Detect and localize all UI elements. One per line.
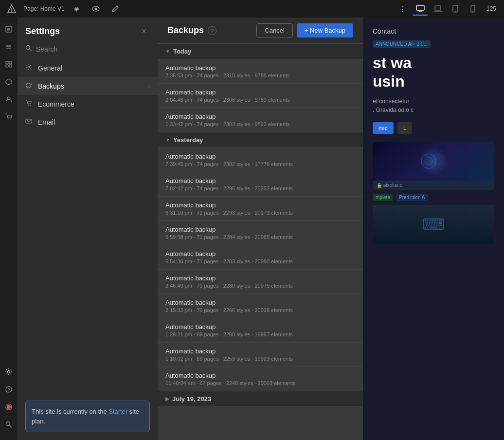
- ecommerce-icon: [25, 100, 33, 108]
- backup-item[interactable]: Automatic backup2:35:53 pm · 74 pages · …: [158, 59, 363, 84]
- backup-item-name: Automatic backup: [165, 372, 355, 379]
- icon-bar-bottom: ?: [1, 364, 17, 436]
- settings-header: Settings ×: [18, 18, 158, 41]
- preview-body-1: et consectetur . Gravida odio c: [373, 97, 494, 114]
- backup-item-name: Automatic backup: [165, 323, 355, 330]
- group-header-today[interactable]: ▼Today: [158, 44, 363, 59]
- iconbar-components[interactable]: [1, 74, 17, 90]
- backup-item[interactable]: Automatic backup7:39:45 pm · 74 pages · …: [158, 148, 363, 172]
- backups-actions: Cancel + New Backup: [256, 23, 353, 37]
- backups-title-row: Backups ?: [167, 25, 216, 36]
- settings-nav-general-label: General: [38, 64, 62, 72]
- backup-item[interactable]: Automatic backup2:46:49 pm · 71 pages · …: [158, 270, 363, 294]
- settings-nav-ecommerce[interactable]: Ecommerce: [18, 95, 158, 113]
- backup-item[interactable]: Automatic backup5:54:36 pm · 71 pages · …: [158, 245, 363, 270]
- iconbar-pages[interactable]: [1, 21, 17, 37]
- topbar-mode-icon[interactable]: ◉: [69, 2, 84, 16]
- topbar-eye-icon[interactable]: [88, 2, 104, 16]
- topbar-more-icon[interactable]: ⋮: [395, 2, 411, 16]
- backup-item[interactable]: Automatic backup1:33:42 pm · 74 pages · …: [158, 108, 363, 132]
- topbar: Page: Home V1 ◉ ⋮ 125: [0, 0, 504, 18]
- backup-item[interactable]: Automatic backup2:04:46 pm · 74 pages · …: [158, 84, 363, 108]
- new-backup-button[interactable]: + New Backup: [297, 23, 353, 37]
- plan-info-box: This site is currently on the Starter si…: [25, 401, 150, 432]
- main-layout: ? Settings × Search: [0, 18, 504, 440]
- iconbar-search[interactable]: [1, 417, 17, 432]
- iconbar-cart[interactable]: [1, 109, 17, 125]
- svg-point-2: [11, 11, 12, 12]
- svg-point-26: [8, 119, 9, 120]
- svg-point-32: [7, 405, 11, 409]
- group-header-july19[interactable]: ▶July 19, 2023: [158, 391, 363, 407]
- svg-point-35: [26, 46, 30, 50]
- svg-text:?: ?: [8, 387, 10, 392]
- preview-contact: Contact: [373, 27, 494, 35]
- plan-link[interactable]: Starter: [108, 408, 127, 415]
- settings-nav-backups-label: Backups: [38, 82, 64, 90]
- backups-header: Backups ? Cancel + New Backup: [158, 18, 363, 44]
- backups-help-button[interactable]: ?: [208, 26, 216, 35]
- svg-line-36: [30, 49, 32, 52]
- plan-text: This site is currently on the: [32, 408, 108, 415]
- iconbar-layers[interactable]: [1, 39, 17, 55]
- preview-btn-secondary[interactable]: L: [397, 122, 412, 134]
- backup-item-name: Automatic backup: [165, 113, 355, 120]
- group-label: Yesterday: [173, 136, 203, 144]
- svg-point-43: [433, 154, 443, 164]
- preview-card-image: [373, 142, 494, 181]
- svg-rect-22: [6, 65, 8, 67]
- backup-item-name: Automatic backup: [165, 153, 355, 160]
- iconbar-users[interactable]: [1, 92, 17, 107]
- topbar-laptop-icon[interactable]: [430, 2, 446, 16]
- settings-nav-email[interactable]: Email: [18, 113, 158, 131]
- topbar-right: ⋮ 125: [395, 2, 500, 16]
- backups-title: Backups: [167, 25, 204, 36]
- backup-item-name: Automatic backup: [165, 226, 355, 233]
- topbar-desktop-icon[interactable]: [413, 2, 428, 16]
- backup-item[interactable]: Automatic backup11:40:04 am · 67 pages ·…: [158, 367, 363, 391]
- settings-nav-backups[interactable]: Backups ›: [18, 77, 158, 95]
- svg-point-38: [28, 105, 29, 106]
- backup-item[interactable]: Automatic backup1:26:21 pm · 69 pages · …: [158, 318, 363, 343]
- iconbar-settings[interactable]: [1, 364, 17, 380]
- svg-point-33: [6, 422, 10, 426]
- preview-badge: ANNOUNCED AI+ 2.0...: [373, 40, 431, 48]
- chevron-down-icon: ▼: [165, 49, 170, 54]
- backup-item-meta: 1:33:42 pm · 74 pages · 2303 styles · 98…: [165, 121, 355, 127]
- svg-marker-24: [6, 79, 12, 85]
- backup-item[interactable]: Automatic backup7:02:42 pm · 74 pages · …: [158, 172, 363, 197]
- topbar-tablet-icon[interactable]: [448, 2, 463, 16]
- topbar-page-info: Page: Home V1: [23, 5, 65, 12]
- iconbar-assets[interactable]: [1, 56, 17, 72]
- backup-item[interactable]: Automatic backup5:59:58 pm · 71 pages · …: [158, 221, 363, 245]
- settings-nav: General Backups › Ecommerce Email: [18, 57, 158, 393]
- group-label: Today: [173, 48, 191, 55]
- backup-item-meta: 11:40:04 am · 67 pages · 2248 styles · 2…: [165, 380, 355, 386]
- backup-item-name: Automatic backup: [165, 299, 355, 306]
- settings-nav-general[interactable]: General: [18, 59, 158, 77]
- svg-rect-21: [9, 61, 12, 64]
- chevron-down-icon: ▼: [165, 137, 170, 143]
- cancel-button[interactable]: Cancel: [256, 23, 292, 37]
- topbar-logo[interactable]: [4, 2, 19, 16]
- svg-rect-20: [6, 61, 8, 64]
- preview-keyboard: [373, 205, 494, 244]
- iconbar-record[interactable]: [1, 399, 17, 415]
- backup-item-meta: 7:39:45 pm · 74 pages · 2302 styles · 17…: [165, 161, 355, 167]
- search-label: Search: [36, 45, 57, 53]
- backup-item[interactable]: Automatic backup6:31:10 pm · 72 pages · …: [158, 197, 363, 221]
- preview-btn-started[interactable]: rted: [373, 122, 394, 134]
- backup-item-meta: 5:59:58 pm · 71 pages · 2284 styles · 20…: [165, 234, 355, 240]
- svg-point-27: [10, 119, 11, 120]
- backup-item[interactable]: Automatic backup2:15:33 pm · 70 pages · …: [158, 294, 363, 318]
- iconbar-help[interactable]: ?: [1, 382, 17, 397]
- topbar-pencil-icon[interactable]: [108, 2, 123, 16]
- topbar-mobile-icon[interactable]: [465, 2, 481, 16]
- backup-item-meta: 2:46:49 pm · 71 pages · 2280 styles · 20…: [165, 283, 355, 289]
- preview-tags: mplete Prediction A: [373, 194, 494, 201]
- settings-search-row[interactable]: Search: [18, 41, 158, 57]
- backup-item-name: Automatic backup: [165, 177, 355, 184]
- group-header-yesterday[interactable]: ▼Yesterday: [158, 132, 363, 148]
- backup-item[interactable]: Automatic backup1:10:02 pm · 69 pages · …: [158, 343, 363, 367]
- settings-close-button[interactable]: ×: [138, 25, 150, 37]
